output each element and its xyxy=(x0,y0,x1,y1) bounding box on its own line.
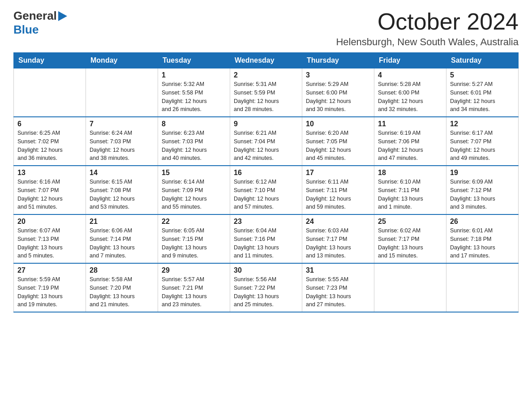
calendar-cell: 28Sunrise: 5:58 AM Sunset: 7:20 PM Dayli… xyxy=(86,263,158,312)
logo-arrow-icon xyxy=(58,11,67,21)
calendar-cell: 12Sunrise: 6:17 AM Sunset: 7:07 PM Dayli… xyxy=(446,117,519,166)
calendar-cell: 9Sunrise: 6:21 AM Sunset: 7:04 PM Daylig… xyxy=(230,117,302,166)
calendar-cell: 21Sunrise: 6:06 AM Sunset: 7:14 PM Dayli… xyxy=(86,214,158,263)
day-number: 16 xyxy=(234,169,298,177)
calendar-cell xyxy=(14,68,86,117)
calendar-cell: 3Sunrise: 5:29 AM Sunset: 6:00 PM Daylig… xyxy=(302,68,374,117)
day-of-week-header: Friday xyxy=(374,53,446,68)
calendar-cell: 5Sunrise: 5:27 AM Sunset: 6:01 PM Daylig… xyxy=(446,68,519,117)
day-number: 23 xyxy=(234,218,298,226)
calendar-cell: 11Sunrise: 6:19 AM Sunset: 7:06 PM Dayli… xyxy=(374,117,446,166)
day-number: 21 xyxy=(90,218,154,226)
calendar-week-row: 13Sunrise: 6:16 AM Sunset: 7:07 PM Dayli… xyxy=(14,166,519,214)
day-info: Sunrise: 5:57 AM Sunset: 7:21 PM Dayligh… xyxy=(162,275,226,309)
calendar-cell: 20Sunrise: 6:07 AM Sunset: 7:13 PM Dayli… xyxy=(14,214,86,263)
page-title: October 2024 xyxy=(336,9,519,34)
calendar-cell: 13Sunrise: 6:16 AM Sunset: 7:07 PM Dayli… xyxy=(14,166,86,214)
day-number: 14 xyxy=(90,169,154,177)
day-number: 11 xyxy=(378,120,442,128)
day-number: 10 xyxy=(306,120,370,128)
calendar-cell: 29Sunrise: 5:57 AM Sunset: 7:21 PM Dayli… xyxy=(158,263,230,312)
calendar-week-row: 20Sunrise: 6:07 AM Sunset: 7:13 PM Dayli… xyxy=(14,214,519,263)
calendar-cell: 23Sunrise: 6:04 AM Sunset: 7:16 PM Dayli… xyxy=(230,214,302,263)
calendar-cell xyxy=(86,68,158,117)
day-number: 12 xyxy=(450,120,515,128)
day-info: Sunrise: 6:15 AM Sunset: 7:08 PM Dayligh… xyxy=(90,178,154,211)
day-info: Sunrise: 6:07 AM Sunset: 7:13 PM Dayligh… xyxy=(17,227,82,260)
calendar-cell: 22Sunrise: 6:05 AM Sunset: 7:15 PM Dayli… xyxy=(158,214,230,263)
calendar-cell: 4Sunrise: 5:28 AM Sunset: 6:00 PM Daylig… xyxy=(374,68,446,117)
day-number: 28 xyxy=(90,266,154,274)
day-info: Sunrise: 6:02 AM Sunset: 7:17 PM Dayligh… xyxy=(378,227,442,260)
calendar-cell: 27Sunrise: 5:59 AM Sunset: 7:19 PM Dayli… xyxy=(14,263,86,312)
calendar-cell: 19Sunrise: 6:09 AM Sunset: 7:12 PM Dayli… xyxy=(446,166,519,214)
day-of-week-header: Monday xyxy=(86,53,158,68)
day-number: 4 xyxy=(378,71,442,79)
calendar-cell: 25Sunrise: 6:02 AM Sunset: 7:17 PM Dayli… xyxy=(374,214,446,263)
calendar-cell: 26Sunrise: 6:01 AM Sunset: 7:18 PM Dayli… xyxy=(446,214,519,263)
calendar-cell: 14Sunrise: 6:15 AM Sunset: 7:08 PM Dayli… xyxy=(86,166,158,214)
day-number: 2 xyxy=(234,71,298,79)
calendar-cell: 18Sunrise: 6:10 AM Sunset: 7:11 PM Dayli… xyxy=(374,166,446,214)
calendar-cell xyxy=(446,263,519,312)
calendar-cell: 2Sunrise: 5:31 AM Sunset: 5:59 PM Daylig… xyxy=(230,68,302,117)
logo: General Blue xyxy=(13,9,67,37)
day-number: 13 xyxy=(17,169,82,177)
day-of-week-header: Sunday xyxy=(14,53,86,68)
day-info: Sunrise: 5:59 AM Sunset: 7:19 PM Dayligh… xyxy=(17,275,82,309)
day-info: Sunrise: 6:10 AM Sunset: 7:11 PM Dayligh… xyxy=(378,178,442,211)
calendar-cell xyxy=(374,263,446,312)
day-number: 24 xyxy=(306,218,370,226)
calendar-cell: 7Sunrise: 6:24 AM Sunset: 7:03 PM Daylig… xyxy=(86,117,158,166)
day-info: Sunrise: 6:16 AM Sunset: 7:07 PM Dayligh… xyxy=(17,178,82,211)
calendar-table: SundayMondayTuesdayWednesdayThursdayFrid… xyxy=(13,52,519,313)
day-info: Sunrise: 6:25 AM Sunset: 7:02 PM Dayligh… xyxy=(17,129,82,163)
day-info: Sunrise: 6:01 AM Sunset: 7:18 PM Dayligh… xyxy=(450,227,515,260)
day-of-week-header: Wednesday xyxy=(230,53,302,68)
day-number: 31 xyxy=(306,266,370,274)
day-info: Sunrise: 6:24 AM Sunset: 7:03 PM Dayligh… xyxy=(90,129,154,163)
calendar-cell: 30Sunrise: 5:56 AM Sunset: 7:22 PM Dayli… xyxy=(230,263,302,312)
calendar-cell: 24Sunrise: 6:03 AM Sunset: 7:17 PM Dayli… xyxy=(302,214,374,263)
day-info: Sunrise: 6:19 AM Sunset: 7:06 PM Dayligh… xyxy=(378,129,442,163)
day-number: 22 xyxy=(162,218,226,226)
page-subtitle: Helensburgh, New South Wales, Australia xyxy=(336,36,519,48)
calendar-cell: 17Sunrise: 6:11 AM Sunset: 7:11 PM Dayli… xyxy=(302,166,374,214)
day-number: 29 xyxy=(162,266,226,274)
calendar-cell: 16Sunrise: 6:12 AM Sunset: 7:10 PM Dayli… xyxy=(230,166,302,214)
svg-marker-0 xyxy=(58,11,67,21)
calendar-header: SundayMondayTuesdayWednesdayThursdayFrid… xyxy=(14,53,519,68)
day-number: 17 xyxy=(306,169,370,177)
day-info: Sunrise: 6:20 AM Sunset: 7:05 PM Dayligh… xyxy=(306,129,370,163)
day-of-week-header: Thursday xyxy=(302,53,374,68)
day-info: Sunrise: 6:05 AM Sunset: 7:15 PM Dayligh… xyxy=(162,227,226,260)
day-info: Sunrise: 6:21 AM Sunset: 7:04 PM Dayligh… xyxy=(234,129,298,163)
day-info: Sunrise: 5:32 AM Sunset: 5:58 PM Dayligh… xyxy=(162,80,226,114)
day-header-row: SundayMondayTuesdayWednesdayThursdayFrid… xyxy=(14,53,519,68)
day-info: Sunrise: 6:11 AM Sunset: 7:11 PM Dayligh… xyxy=(306,178,370,211)
calendar-cell: 6Sunrise: 6:25 AM Sunset: 7:02 PM Daylig… xyxy=(14,117,86,166)
header: General Blue October 2024 Helensburgh, N… xyxy=(13,9,519,48)
day-of-week-header: Tuesday xyxy=(158,53,230,68)
calendar-week-row: 27Sunrise: 5:59 AM Sunset: 7:19 PM Dayli… xyxy=(14,263,519,312)
day-number: 20 xyxy=(17,218,82,226)
calendar-body: 1Sunrise: 5:32 AM Sunset: 5:58 PM Daylig… xyxy=(14,68,519,313)
day-info: Sunrise: 6:17 AM Sunset: 7:07 PM Dayligh… xyxy=(450,129,515,163)
day-of-week-header: Saturday xyxy=(446,53,519,68)
day-info: Sunrise: 5:58 AM Sunset: 7:20 PM Dayligh… xyxy=(90,275,154,309)
day-number: 19 xyxy=(450,169,515,177)
calendar-week-row: 6Sunrise: 6:25 AM Sunset: 7:02 PM Daylig… xyxy=(14,117,519,166)
calendar-cell: 10Sunrise: 6:20 AM Sunset: 7:05 PM Dayli… xyxy=(302,117,374,166)
day-info: Sunrise: 6:09 AM Sunset: 7:12 PM Dayligh… xyxy=(450,178,515,211)
day-number: 8 xyxy=(162,120,226,128)
day-number: 26 xyxy=(450,218,515,226)
day-number: 27 xyxy=(17,266,82,274)
day-info: Sunrise: 5:56 AM Sunset: 7:22 PM Dayligh… xyxy=(234,275,298,309)
day-number: 18 xyxy=(378,169,442,177)
day-info: Sunrise: 5:55 AM Sunset: 7:23 PM Dayligh… xyxy=(306,275,370,309)
calendar-cell: 1Sunrise: 5:32 AM Sunset: 5:58 PM Daylig… xyxy=(158,68,230,117)
day-info: Sunrise: 6:03 AM Sunset: 7:17 PM Dayligh… xyxy=(306,227,370,260)
day-number: 1 xyxy=(162,71,226,79)
title-block: October 2024 Helensburgh, New South Wale… xyxy=(336,9,519,48)
day-info: Sunrise: 6:04 AM Sunset: 7:16 PM Dayligh… xyxy=(234,227,298,260)
